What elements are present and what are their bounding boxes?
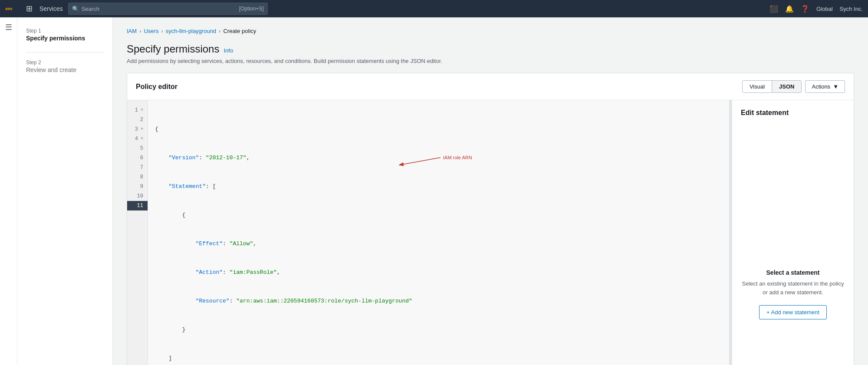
select-statement-label: Select a statement (766, 269, 820, 276)
code-line-7: "Resource": "arn:aws:iam::220594160573:r… (155, 296, 722, 306)
ln-5: 5 (127, 144, 148, 153)
step-1-label: Step 1 (26, 28, 104, 34)
code-line-2: "Version": "2012-10-17", (155, 153, 722, 163)
app-layout: ☰ Step 1 Specify permissions Step 2 Revi… (0, 17, 868, 365)
hamburger-icon[interactable]: ☰ (5, 23, 12, 32)
select-statement-desc: Select an existing statement in the poli… (741, 280, 845, 296)
breadcrumb-users[interactable]: Users (144, 28, 158, 34)
select-statement-area: Select a statement Select an existing st… (741, 124, 845, 365)
editor-toggle: Visual JSON (742, 80, 802, 93)
actions-btn[interactable]: Actions ▼ (805, 80, 845, 93)
code-line-8: } (155, 325, 722, 335)
svg-text:aws: aws (5, 7, 13, 11)
terminal-icon[interactable]: ⬛ (769, 5, 778, 13)
ln-7: 7 (127, 163, 148, 172)
ln-9: 9 (127, 182, 148, 191)
help-icon[interactable]: ❓ (801, 5, 809, 13)
visual-btn[interactable]: Visual (743, 81, 772, 92)
actions-chevron-icon: ▼ (833, 83, 838, 90)
ln-6: 6 (127, 153, 148, 163)
actions-label: Actions (812, 83, 830, 90)
policy-editor-header: Policy editor Visual JSON Actions ▼ (127, 73, 854, 100)
policy-editor-title: Policy editor (136, 83, 178, 91)
step-2-item: Step 2 Review and create (26, 59, 104, 73)
code-line-9: ] (155, 354, 722, 363)
add-new-statement-button[interactable]: + Add new statement (759, 305, 827, 319)
edit-statement-panel: Edit statement Select a statement Select… (732, 100, 854, 365)
ln-11: 11 (127, 201, 148, 210)
page-title: Specify permissions (127, 43, 219, 55)
edit-statement-title: Edit statement (741, 109, 789, 117)
code-lines: 1 ▼ 2 3 ▼ 4 ▼ 5 6 7 8 9 10 11 (127, 100, 729, 365)
breadcrumb-playground[interactable]: sych-llm-playground (166, 28, 216, 34)
nav-icons: ⬛ 🔔 ❓ Global Sych Inc. (769, 5, 863, 13)
services-nav-link[interactable]: Services (39, 5, 63, 12)
step-divider (26, 52, 104, 53)
grid-icon[interactable]: ⊞ (24, 2, 34, 15)
line-numbers: 1 ▼ 2 3 ▼ 4 ▼ 5 6 7 8 9 10 11 (127, 100, 148, 365)
step-1-title: Specify permissions (26, 35, 104, 42)
ln-10: 10 (127, 191, 148, 201)
json-btn[interactable]: JSON (772, 81, 801, 92)
code-line-3: "Statement": [ (155, 182, 722, 191)
editor-body: 1 ▼ 2 3 ▼ 4 ▼ 5 6 7 8 9 10 11 (127, 100, 854, 365)
policy-editor-section: Policy editor Visual JSON Actions ▼ (127, 73, 854, 365)
code-content[interactable]: { "Version": "2012-10-17", "Statement": … (148, 100, 729, 365)
search-shortcut: [Option+S] (239, 6, 264, 12)
step-1-item: Step 1 Specify permissions (26, 28, 104, 42)
ln-3: 3 ▼ (127, 125, 148, 134)
top-navigation: aws ⊞ Services 🔍 [Option+S] ⬛ 🔔 ❓ Global… (0, 0, 868, 17)
sidebar-toggle[interactable]: ☰ (0, 17, 17, 365)
page-header: Specify permissions Info Add permissions… (127, 43, 854, 64)
ln-8: 8 (127, 172, 148, 182)
aws-logo[interactable]: aws (5, 4, 19, 13)
step-2-label: Step 2 (26, 59, 104, 66)
bell-icon[interactable]: 🔔 (785, 5, 794, 13)
code-editor[interactable]: 1 ▼ 2 3 ▼ 4 ▼ 5 6 7 8 9 10 11 (127, 100, 730, 365)
ln-2: 2 (127, 115, 148, 125)
code-line-1: { (155, 125, 722, 134)
search-icon: 🔍 (72, 6, 79, 12)
account-menu[interactable]: Sych Inc. (840, 6, 863, 12)
breadcrumb: IAM › Users › sych-llm-playground › Crea… (127, 28, 854, 34)
ln-1: 1 ▼ (127, 105, 148, 115)
code-line-6: "Action": "iam:PassRole", (155, 268, 722, 277)
breadcrumb-sep-1: › (139, 28, 141, 34)
page-description: Add permissions by selecting services, a… (127, 58, 854, 64)
search-input[interactable] (82, 6, 237, 12)
breadcrumb-sep-3: › (219, 28, 220, 34)
breadcrumb-iam[interactable]: IAM (127, 28, 137, 34)
breadcrumb-sep-2: › (161, 28, 163, 34)
search-bar[interactable]: 🔍 [Option+S] (68, 3, 268, 15)
ln-4: 4 ▼ (127, 134, 148, 144)
code-line-4: { (155, 210, 722, 220)
step-2-title: Review and create (26, 66, 104, 73)
region-selector[interactable]: Global (816, 6, 833, 12)
info-link[interactable]: Info (224, 47, 233, 54)
code-line-5: "Effect": "Allow", (155, 239, 722, 249)
step-sidebar: Step 1 Specify permissions Step 2 Review… (17, 17, 113, 365)
main-content: IAM › Users › sych-llm-playground › Crea… (113, 17, 868, 365)
breadcrumb-current: Create policy (223, 28, 256, 34)
